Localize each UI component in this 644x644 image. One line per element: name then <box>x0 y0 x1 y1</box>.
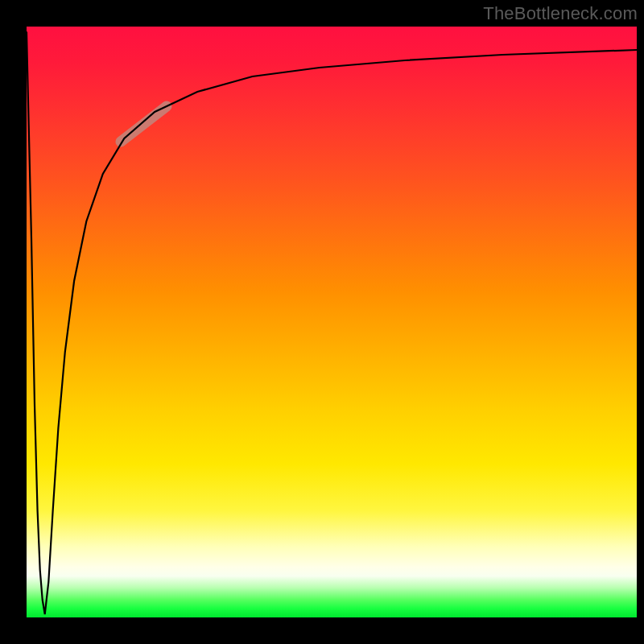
plot-area <box>27 27 637 617</box>
watermark-text: TheBottleneck.com <box>483 3 638 24</box>
bottleneck-curve <box>27 32 637 614</box>
chart-svg <box>27 27 637 617</box>
